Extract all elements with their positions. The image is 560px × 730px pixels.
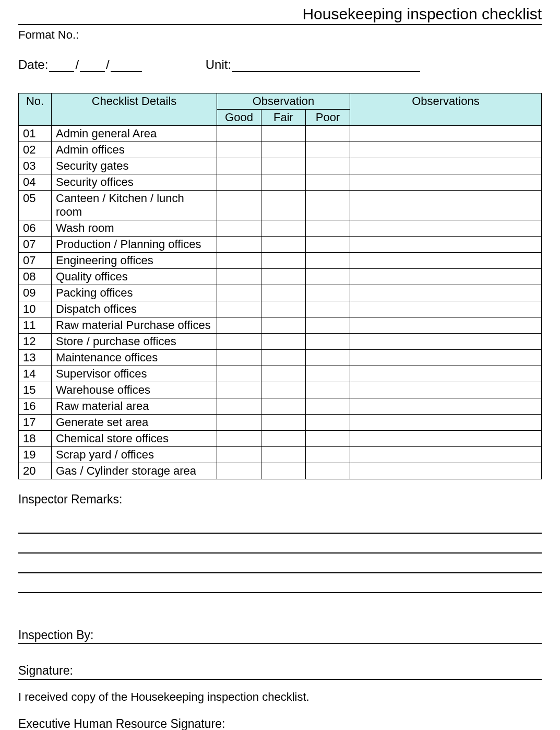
cell-poor[interactable] [306,220,350,237]
cell-observations[interactable] [350,158,542,174]
cell-poor[interactable] [306,317,350,334]
cell-observations[interactable] [350,220,542,237]
unit-blank[interactable] [232,58,420,72]
cell-observations[interactable] [350,382,542,398]
cell-fair[interactable] [261,415,306,431]
cell-fair[interactable] [261,174,306,191]
inspection-by-field[interactable]: Inspection By: [18,628,542,644]
cell-good[interactable] [217,285,261,301]
cell-fair[interactable] [261,142,306,158]
cell-good[interactable] [217,269,261,285]
cell-good[interactable] [217,463,261,479]
cell-fair[interactable] [261,447,306,463]
cell-poor[interactable] [306,463,350,479]
cell-fair[interactable] [261,366,306,382]
cell-fair[interactable] [261,253,306,269]
cell-good[interactable] [217,350,261,366]
cell-poor[interactable] [306,398,350,415]
cell-good[interactable] [217,126,261,142]
cell-good[interactable] [217,398,261,415]
cell-good[interactable] [217,447,261,463]
remarks-line-4[interactable] [18,575,542,593]
cell-poor[interactable] [306,334,350,350]
cell-poor[interactable] [306,158,350,174]
cell-fair[interactable] [261,237,306,253]
cell-poor[interactable] [306,285,350,301]
cell-fair[interactable] [261,191,306,220]
cell-poor[interactable] [306,447,350,463]
cell-poor[interactable] [306,126,350,142]
acknowledgement-text: I received copy of the Housekeeping insp… [18,690,542,704]
cell-observations[interactable] [350,285,542,301]
cell-good[interactable] [217,317,261,334]
cell-poor[interactable] [306,350,350,366]
cell-poor[interactable] [306,237,350,253]
cell-poor[interactable] [306,301,350,317]
cell-good[interactable] [217,142,261,158]
cell-fair[interactable] [261,382,306,398]
cell-fair[interactable] [261,463,306,479]
cell-poor[interactable] [306,431,350,447]
cell-fair[interactable] [261,301,306,317]
cell-good[interactable] [217,301,261,317]
date-month-blank[interactable] [80,58,105,72]
cell-good[interactable] [217,431,261,447]
cell-fair[interactable] [261,398,306,415]
remarks-line-1[interactable] [18,516,542,534]
cell-observations[interactable] [350,366,542,382]
table-row: 13Maintenance offices [19,350,542,366]
date-year-blank[interactable] [111,58,142,72]
cell-fair[interactable] [261,220,306,237]
cell-fair[interactable] [261,285,306,301]
date-label: Date: [18,57,48,72]
cell-observations[interactable] [350,334,542,350]
signature-field[interactable]: Signature: [18,664,542,680]
remarks-line-3[interactable] [18,556,542,573]
cell-observations[interactable] [350,237,542,253]
cell-poor[interactable] [306,382,350,398]
cell-observations[interactable] [350,301,542,317]
cell-fair[interactable] [261,317,306,334]
cell-good[interactable] [217,382,261,398]
date-day-blank[interactable] [49,58,74,72]
cell-good[interactable] [217,415,261,431]
cell-observations[interactable] [350,317,542,334]
cell-observations[interactable] [350,431,542,447]
cell-observations[interactable] [350,447,542,463]
cell-poor[interactable] [306,142,350,158]
cell-good[interactable] [217,220,261,237]
cell-observations[interactable] [350,142,542,158]
cell-observations[interactable] [350,191,542,220]
cell-good[interactable] [217,334,261,350]
remarks-line-2[interactable] [18,536,542,554]
cell-poor[interactable] [306,191,350,220]
cell-good[interactable] [217,237,261,253]
cell-observations[interactable] [350,350,542,366]
cell-good[interactable] [217,174,261,191]
cell-observations[interactable] [350,269,542,285]
cell-poor[interactable] [306,174,350,191]
page: Housekeeping inspection checklist Format… [0,0,560,730]
cell-poor[interactable] [306,253,350,269]
cell-fair[interactable] [261,269,306,285]
cell-fair[interactable] [261,334,306,350]
cell-good[interactable] [217,366,261,382]
cell-fair[interactable] [261,126,306,142]
cell-poor[interactable] [306,269,350,285]
cell-observations[interactable] [350,463,542,479]
table-row: 11Raw material Purchase offices [19,317,542,334]
cell-good[interactable] [217,191,261,220]
cell-observations[interactable] [350,415,542,431]
cell-good[interactable] [217,253,261,269]
cell-fair[interactable] [261,350,306,366]
cell-observations[interactable] [350,253,542,269]
cell-fair[interactable] [261,431,306,447]
hr-signature-blank[interactable] [226,717,362,730]
cell-poor[interactable] [306,415,350,431]
cell-observations[interactable] [350,398,542,415]
cell-good[interactable] [217,158,261,174]
cell-observations[interactable] [350,174,542,191]
cell-fair[interactable] [261,158,306,174]
cell-poor[interactable] [306,366,350,382]
cell-observations[interactable] [350,126,542,142]
